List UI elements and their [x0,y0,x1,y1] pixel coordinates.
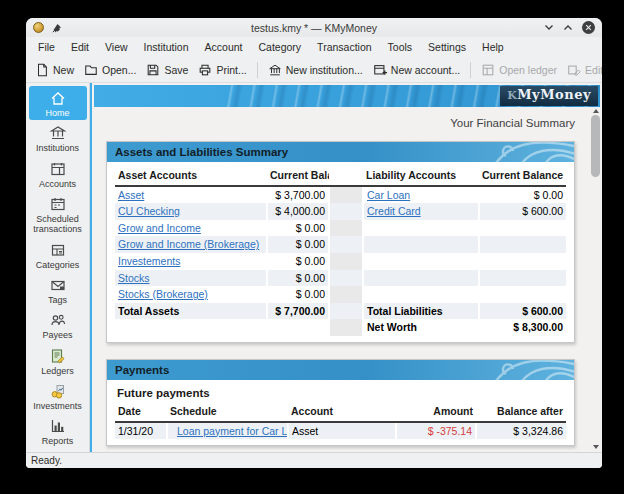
sidebar-item-ledgers[interactable]: Ledgers [29,344,87,378]
kmymoney-banner: KMyMoney [94,85,600,107]
bank-icon [49,124,67,142]
menu-account[interactable]: Account [197,39,251,55]
future-payments-subheader: Future payments [117,387,566,399]
account-link[interactable]: Credit Card [367,205,421,217]
payees-icon [49,311,67,329]
sidebar-item-tags[interactable]: Tags [29,273,87,307]
column-header: Current Balance [479,167,566,186]
maximize-button[interactable] [563,24,573,31]
column-header: Liability Accounts [363,167,479,186]
menu-file[interactable]: File [30,39,63,55]
menu-edit[interactable]: Edit [63,39,97,55]
close-button[interactable] [582,21,595,34]
column-header: Schedule [167,403,288,422]
account-link[interactable]: Stocks (Brokerage) [118,288,208,300]
toolbar-separator [257,62,258,78]
statusbar: Ready. [26,452,602,468]
table-row: Grow and Income (Brokerage) $ 0.00 [115,236,566,253]
calendar-icon [49,195,67,213]
swirl-decoration [454,360,574,380]
accounts-icon [49,160,67,178]
sidebar-item-categories[interactable]: Categories [29,238,87,272]
schedule-link[interactable]: Loan payment for Car Loan [177,425,288,438]
sidebar-item-payees[interactable]: Payees [29,308,87,342]
titlebar[interactable]: testus.kmy * — KMyMoney [26,18,602,37]
sidebar-item-institutions[interactable]: Institutions [29,121,87,155]
assets-liabilities-table: Asset Accounts Current Balance Liability… [115,167,566,336]
future-payments-table: Date Schedule Account Amount Balance aft… [115,403,566,439]
reports-icon [49,417,67,435]
column-header: Amount [396,403,476,422]
kmymoney-window: testus.kmy * — KMyMoney File Edit View I… [26,18,602,468]
menu-help[interactable]: Help [474,39,512,55]
account-link[interactable]: CU Checking [118,205,180,217]
account-link[interactable]: Car Loan [367,189,410,201]
categories-icon [49,241,67,259]
desktop-background: testus.kmy * — KMyMoney File Edit View I… [0,0,624,494]
ledger-grid-icon [481,63,495,77]
minimize-button[interactable] [544,24,554,31]
sidebar: Home Institutions Accounts Scheduled tra… [26,83,90,452]
gap-column [329,167,363,186]
table-row: Investements $ 0.00 [115,253,566,270]
toolbar: New Open... Save Print... New institutio… [26,57,602,83]
column-header: Asset Accounts [115,167,267,186]
account-link[interactable]: Investements [118,255,180,267]
status-text: Ready. [31,455,62,466]
sidebar-item-accounts[interactable]: Accounts [29,157,87,191]
sidebar-item-scheduled-transactions[interactable]: Scheduled transactions [29,192,87,237]
print-button[interactable]: Print... [193,61,251,79]
menu-view[interactable]: View [97,39,136,55]
save-button[interactable]: Save [141,61,193,79]
assets-liabilities-header: Assets and Liabilities Summary [107,142,574,162]
new-account-icon [373,63,387,77]
column-header: Balance after [476,403,566,422]
bank-icon [268,63,282,77]
page-title: Your Financial Summary [104,117,575,129]
vertical-scrollbar[interactable] [589,107,602,452]
scroll-down-arrow[interactable] [593,445,599,449]
menu-institution[interactable]: Institution [136,39,197,55]
menu-settings[interactable]: Settings [420,39,474,55]
negative-amount: $ -375.14 [396,422,476,440]
account-link[interactable]: Grow and Income [118,222,201,234]
payments-header: Payments [107,360,574,380]
home-page-viewport: Your Financial Summary [92,107,589,452]
networth-row: Net Worth $ 8,300.00 [115,319,566,336]
menu-tools[interactable]: Tools [380,39,421,55]
open-button[interactable]: Open... [79,61,141,79]
menu-transaction[interactable]: Transaction [309,39,379,55]
new-institution-button[interactable]: New institution... [263,61,368,79]
payment-row: 1/31/20 Loan payment for Car Loan [115,422,566,440]
sidebar-item-investments[interactable]: Investments [29,379,87,413]
scrollbar-track[interactable] [591,115,600,443]
account-link[interactable]: Grow and Income (Brokerage) [118,238,259,250]
account-link[interactable]: Asset [118,189,144,201]
kmymoney-logo: KMyMoney [500,86,598,106]
account-link[interactable]: Stocks [118,272,150,284]
main-area: Home Institutions Accounts Scheduled tra… [26,83,602,452]
open-ledger-button: Open ledger [476,61,562,79]
investments-icon [49,382,67,400]
sidebar-item-reports[interactable]: Reports [29,414,87,448]
scroll-up-arrow[interactable] [593,109,599,113]
column-header: Date [115,403,167,422]
totals-row: Total Assets $ 7,700.00 Total Liabilitie… [115,303,566,320]
open-folder-icon [84,63,98,77]
menubar: File Edit View Institution Account Categ… [26,37,602,57]
print-icon [198,63,212,77]
sidebar-item-home[interactable]: Home [29,86,87,120]
column-header: Account [288,403,396,422]
new-button[interactable]: New [30,61,79,79]
new-account-button[interactable]: New account... [368,61,465,79]
table-row: Stocks $ 0.00 [115,270,566,287]
scrollbar-thumb[interactable] [591,115,600,177]
tag-envelope-icon [49,276,67,294]
edit-account-button: Edit account... [562,61,602,79]
new-document-icon [35,63,49,77]
table-row: Asset $ 3,700.00 Car Loan $ 0.00 [115,186,566,204]
column-header: Current Balance [267,167,329,186]
home-icon [49,89,67,107]
menu-category[interactable]: Category [251,39,310,55]
table-row: Stocks (Brokerage) $ 0.00 [115,286,566,303]
